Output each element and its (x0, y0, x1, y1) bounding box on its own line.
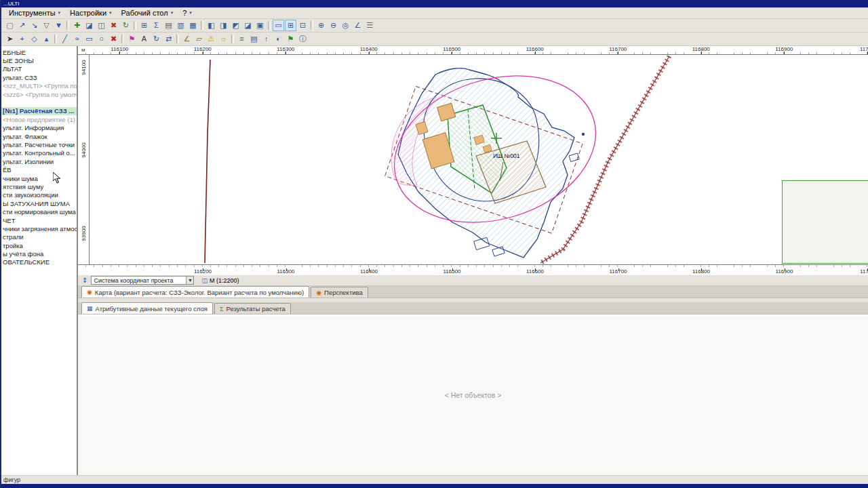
warning-icon[interactable]: ⚠ (205, 33, 217, 45)
delete-object-icon[interactable]: ✖ (108, 33, 119, 45)
arrow-up-right-icon[interactable]: ↗ (16, 20, 28, 31)
tree-item[interactable]: ультат. Изолинии (1, 157, 77, 165)
ellipse-tool-icon[interactable]: ○ (96, 33, 107, 45)
rotate-icon[interactable]: ↻ (151, 33, 162, 45)
tab-attributes[interactable]: ▦ Атрибутивные данные текущего слоя (81, 302, 213, 314)
menu-settings[interactable]: Настройки ▾ (65, 8, 116, 18)
tree-item[interactable]: ЁВ (1, 165, 77, 174)
tree-item[interactable]: <szz6> <Группа по умолч... (1, 90, 77, 98)
delete-icon[interactable]: ✖ (108, 20, 119, 31)
toolbar-button[interactable] (311, 21, 313, 30)
panel-top-icon[interactable]: ◩ (230, 20, 241, 31)
legend-icon[interactable]: ▤ (248, 33, 260, 45)
map-drawing[interactable]: ИШ №001 (78, 55, 868, 264)
coordinate-system-select[interactable]: Система координат проекта ▼ (91, 276, 194, 285)
panel-bottom-icon[interactable]: ◪ (242, 20, 254, 31)
zoom-in-icon[interactable]: ⊕ (315, 20, 327, 31)
measure-tool-icon[interactable]: ∠ (181, 33, 193, 45)
tree-item[interactable]: ЕБНЫЕ (1, 48, 77, 56)
zoom-out-icon[interactable]: ⊖ (328, 20, 339, 31)
measure-icon[interactable]: ∠ (352, 20, 363, 31)
save-icon[interactable]: ◪ (83, 20, 95, 31)
toolbar-button[interactable] (201, 21, 203, 30)
tree-item[interactable]: тройка (1, 241, 77, 249)
report-icon[interactable]: ▤ (163, 20, 174, 31)
tree-item[interactable]: ультат. Информация (1, 124, 77, 132)
list-icon[interactable]: ▥ (175, 20, 186, 31)
sun-icon[interactable]: ☼ (218, 33, 229, 45)
tree-item[interactable]: сти нормирования шума (1, 207, 77, 216)
map-canvas[interactable]: ИШ №001 941009400093900 (78, 55, 868, 264)
area-tool-icon[interactable]: ▱ (193, 33, 205, 45)
toolbar-button[interactable] (231, 35, 234, 43)
node-edit-icon[interactable]: ◇ (28, 33, 40, 45)
legend-panel[interactable] (782, 180, 868, 264)
tree-item[interactable]: ятствия шуму (1, 182, 77, 190)
refresh-icon[interactable]: ↻ (120, 20, 132, 31)
grid-icon[interactable]: ▦ (187, 20, 199, 31)
tree-item[interactable]: ЫЕ ЗОНЫ (1, 56, 77, 64)
tree-item[interactable]: <szz_MULTI> <Группа по... (1, 82, 77, 90)
table-icon[interactable]: ⊞ (138, 20, 150, 31)
tree-item[interactable]: ЛЬТАТ (1, 65, 77, 73)
layout-icon[interactable]: ▣ (254, 20, 266, 31)
tree-item[interactable]: [№1] Расчётная СЗЗ ... (1, 107, 77, 115)
panel-right-icon[interactable]: ◨ (218, 20, 229, 31)
tree-item[interactable]: ОВАТЕЛЬСКИЕ (1, 258, 77, 266)
ruler-toggle-icon[interactable]: ▭ (273, 20, 284, 31)
flag-icon[interactable]: ⚑ (126, 33, 138, 45)
mirror-icon[interactable]: ⇄ (163, 33, 174, 45)
arrow-down-right-icon[interactable]: ↘ (28, 20, 40, 31)
tree-item[interactable]: ЧЕТ (1, 216, 77, 224)
add-icon[interactable]: ✚ (71, 20, 83, 31)
layers-icon[interactable]: ≡ (236, 33, 248, 45)
funnel-filled-icon[interactable]: ▼ (53, 20, 64, 31)
toolbar-button[interactable] (134, 21, 136, 30)
tree-item[interactable]: <Новое предприятие (1) (1, 115, 77, 123)
page-icon[interactable]: ▢ (4, 20, 16, 31)
funnel-icon[interactable]: ▽ (41, 20, 52, 31)
curve-tool-icon[interactable]: ≈ (71, 33, 83, 45)
sum-icon[interactable]: Σ (151, 20, 162, 31)
toolbar-button[interactable] (268, 21, 271, 30)
tree-item[interactable]: ы учёта фона (1, 249, 77, 258)
panel-left-icon[interactable]: ◧ (205, 20, 217, 31)
info-icon[interactable]: ⓘ (297, 33, 309, 45)
toolbar-button[interactable] (66, 21, 69, 30)
settings-icon[interactable]: ☰ (364, 20, 376, 31)
tree-item[interactable]: ультат. Контрольный о... (1, 149, 77, 157)
tab-perspective[interactable]: ◉ Перспектива (311, 287, 368, 298)
line-tool-icon[interactable]: ╱ (59, 33, 71, 45)
tree-item[interactable] (1, 98, 77, 106)
tab-results[interactable]: Σ Результаты расчета (214, 303, 291, 314)
attributes-empty-panel[interactable]: < Нет объектов > (78, 314, 868, 475)
tree-item[interactable]: ультат. Флажок (1, 132, 77, 140)
tree-item[interactable]: ультат. СЗЗ (1, 73, 77, 81)
north-arrow-icon[interactable]: ↑ (260, 33, 272, 45)
tree-item[interactable]: Ы ЗАТУХАНИЯ ШУМА (1, 199, 77, 207)
snap-toggle-icon[interactable]: ⊡ (297, 20, 309, 31)
grid-toggle-icon[interactable]: ⊞ (285, 20, 296, 31)
vertex-icon[interactable]: ▴ (41, 33, 52, 45)
rect-tool-icon[interactable]: ▭ (83, 33, 95, 45)
menu-desktop[interactable]: Рабочий стол ▾ (117, 8, 178, 18)
tab-map[interactable]: ◉ Карта (вариант расчета: СЗЗ-Эколог. Ва… (81, 286, 309, 298)
crosshair-icon[interactable]: + (16, 33, 28, 45)
text-tool-icon[interactable]: A (138, 33, 150, 45)
menu-tools[interactable]: Инструменты ▾ (4, 8, 65, 18)
menu-help[interactable]: ? ▾ (178, 8, 197, 18)
tree-item[interactable]: чники загрязнения атмос... (1, 224, 77, 232)
copy-icon[interactable]: ◫ (96, 20, 107, 31)
tree-item[interactable]: чники шума (1, 174, 77, 182)
toolbar-button[interactable] (54, 35, 57, 43)
globe-icon[interactable]: ◐ (273, 33, 284, 45)
toolbar-button[interactable] (176, 35, 179, 43)
tree-item[interactable]: сти звукоизоляции (1, 191, 77, 199)
zoom-extent-icon[interactable]: ◎ (340, 20, 351, 31)
chevron-down-icon[interactable]: ▼ (186, 277, 193, 284)
select-cursor-icon[interactable]: ➤ (4, 33, 16, 45)
tree-item[interactable]: страли (1, 233, 77, 241)
bookmark-icon[interactable]: ⚑ (285, 33, 296, 45)
tree-item[interactable]: ультат. Расчетные точки (1, 140, 77, 148)
toolbar-button[interactable] (121, 35, 124, 43)
